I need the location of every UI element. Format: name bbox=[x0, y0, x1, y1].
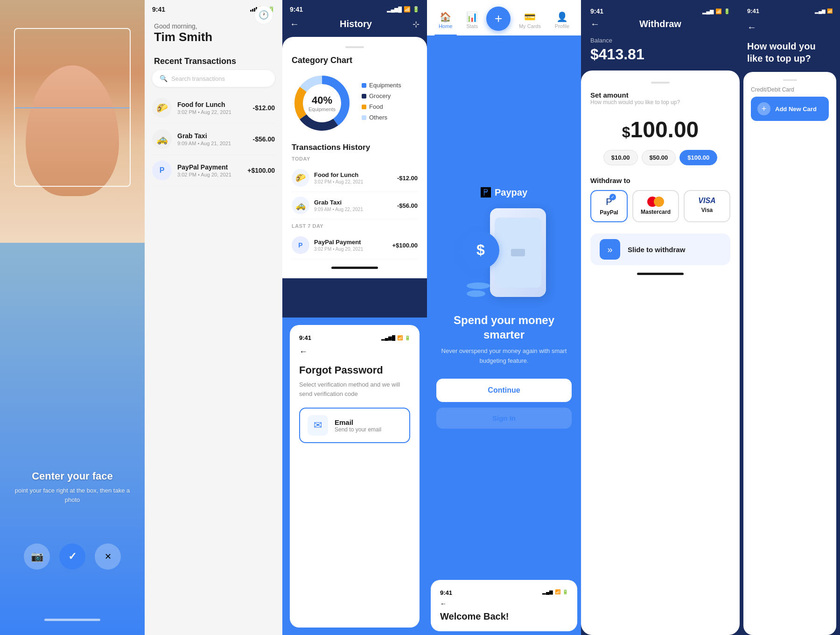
add-card-button[interactable]: + Add New Card bbox=[751, 97, 829, 121]
welcome-back-arrow[interactable]: ← bbox=[440, 600, 568, 607]
history-status-time: 9:41 bbox=[290, 6, 303, 13]
coin-1 bbox=[467, 282, 490, 289]
clock-button[interactable]: 🕐 bbox=[254, 6, 273, 24]
withdraw-drag-handle[interactable] bbox=[651, 82, 670, 84]
history-item-1[interactable]: 🚕 Grab Taxi 9:09 AM • Aug 22, 2021 -$56.… bbox=[292, 192, 418, 219]
withdraw-battery: 🔋 bbox=[724, 8, 730, 14]
today-label: TODAY bbox=[292, 156, 418, 162]
history-icon-1: 🚕 bbox=[292, 197, 309, 214]
tx-history-title: Transactions History bbox=[292, 143, 418, 152]
confirm-button[interactable]: ✓ bbox=[59, 543, 85, 570]
email-method-info: Email Send to your email bbox=[335, 418, 381, 433]
tx-name-2: PayPal Payment bbox=[177, 163, 247, 171]
welcome-title: Welcome Back! bbox=[440, 611, 568, 622]
user-name: Tim Smith bbox=[154, 30, 212, 44]
add-card-label: Add New Card bbox=[775, 106, 817, 113]
welcome-battery: 🔋 bbox=[562, 589, 568, 596]
coin-stack bbox=[467, 282, 490, 297]
topup-back-button[interactable]: ← bbox=[747, 22, 833, 33]
tx-amount-0: -$12.00 bbox=[253, 104, 275, 112]
history-info-0: Food for Lunch 3:02 PM • Aug 22, 2021 bbox=[314, 171, 397, 184]
welcome-status-row: 9:41 ▂▄▆ 📶 🔋 bbox=[440, 589, 568, 596]
history-name-2: PayPal Payment bbox=[314, 239, 392, 246]
email-method-option[interactable]: ✉ Email Send to your email bbox=[299, 408, 410, 443]
last7day-label: LAST 7 DAY bbox=[292, 223, 418, 229]
tx-info-2: PayPal Payment 3:02 PM • Aug 20, 2021 bbox=[177, 163, 247, 177]
category-chart-title: Category Chart bbox=[292, 56, 418, 65]
search-bar[interactable]: 🔍 Search transactions bbox=[152, 70, 275, 87]
check-icon: ✓ bbox=[68, 550, 77, 563]
email-method-desc: Send to your email bbox=[335, 426, 381, 433]
nav-tab-stats[interactable]: 📊 Stats bbox=[461, 9, 483, 31]
dollar-circle: $ bbox=[462, 232, 499, 269]
withdraw-bottom-bar bbox=[637, 273, 684, 275]
home-indicator bbox=[44, 619, 100, 621]
preset-50[interactable]: $50.00 bbox=[642, 150, 676, 165]
legend-label-grocery: Grocery bbox=[369, 92, 391, 99]
topup-drag-handle[interactable] bbox=[783, 79, 797, 81]
legend-others: Others bbox=[362, 114, 401, 121]
profile-nav-icon: 👤 bbox=[556, 11, 568, 22]
history-name-0: Food for Lunch bbox=[314, 171, 397, 178]
forgot-wifi: 📶 bbox=[397, 335, 403, 340]
tx-date-0: 3:02 PM • Aug 22, 2021 bbox=[177, 109, 253, 115]
welcome-status-icons: ▂▄▆ 📶 🔋 bbox=[542, 589, 568, 596]
nav-plus-button[interactable]: + bbox=[486, 7, 511, 31]
legend-grocery: Grocery bbox=[362, 92, 401, 99]
history-name-1: Grab Taxi bbox=[314, 199, 397, 206]
history-wifi-icon: 📶 bbox=[404, 6, 411, 13]
paypay-subtext: Never overspend your money again with sm… bbox=[436, 346, 572, 366]
history-amount-1: -$56.00 bbox=[397, 202, 418, 209]
chart-section: 40% Equipments Equipments Grocery bbox=[292, 73, 418, 134]
tx-info-1: Grab Taxi 9:09 AM • Aug 21, 2021 bbox=[177, 132, 253, 146]
withdraw-back-button[interactable]: ← bbox=[590, 19, 600, 29]
center-face-title: Center your face bbox=[9, 470, 135, 482]
paypal-payment-card[interactable]: P ✓ PayPal bbox=[590, 190, 628, 222]
withdraw-wifi: 📶 bbox=[715, 8, 722, 14]
welcome-time: 9:41 bbox=[440, 589, 452, 596]
preset-10[interactable]: $10.00 bbox=[603, 150, 638, 165]
drag-handle[interactable] bbox=[345, 46, 364, 48]
transaction-item-0[interactable]: 🌮 Food for Lunch 3:02 PM • Aug 22, 2021 … bbox=[152, 92, 275, 124]
transaction-item-1[interactable]: 🚕 Grab Taxi 9:09 AM • Aug 21, 2021 -$56.… bbox=[152, 124, 275, 155]
face-instruction: point your face right at the box, then t… bbox=[9, 486, 135, 504]
slide-arrow-button[interactable]: » bbox=[600, 239, 620, 260]
tx-date-1: 9:09 AM • Aug 21, 2021 bbox=[177, 141, 253, 146]
slide-to-withdraw[interactable]: » Slide to withdraw bbox=[590, 233, 730, 265]
chart-legend: Equipments Grocery Food Others bbox=[362, 82, 401, 125]
forgot-password-section: 9:41 ▂▄▆█ 📶 🔋 ← Forgot Password Select v… bbox=[282, 318, 427, 635]
nav-tab-home[interactable]: 🏠 Home bbox=[433, 9, 458, 31]
search-icon: 🔍 bbox=[160, 75, 168, 82]
mycards-nav-icon: 💳 bbox=[524, 11, 536, 22]
history-title: History bbox=[340, 19, 372, 29]
camera-button[interactable]: 📷 bbox=[24, 543, 50, 570]
visa-payment-card[interactable]: VISA Visa bbox=[684, 190, 730, 222]
history-date-2: 3:02 PM • Aug 20, 2021 bbox=[314, 247, 392, 252]
balance-section: Balance $413.81 bbox=[581, 37, 740, 71]
nav-tab-mycards[interactable]: 💳 My Cards bbox=[513, 9, 546, 31]
withdraw-panel: 9:41 ▂▄▆ 📶 🔋 ← Withdraw Balance $413.81 … bbox=[581, 0, 740, 635]
forgot-back-button[interactable]: ← bbox=[299, 347, 410, 357]
welcome-signal: ▂▄▆ bbox=[542, 589, 553, 596]
history-item-0[interactable]: 🌮 Food for Lunch 3:02 PM • Aug 22, 2021 … bbox=[292, 164, 418, 192]
filter-icon[interactable]: ⊹ bbox=[413, 19, 420, 29]
cancel-button[interactable]: ✕ bbox=[95, 543, 121, 570]
greeting-text: Good morning, Tim Smith bbox=[154, 22, 212, 44]
history-card: Category Chart bbox=[282, 37, 427, 278]
continue-button[interactable]: Continue bbox=[436, 379, 572, 402]
legend-food: Food bbox=[362, 103, 401, 110]
preset-100[interactable]: $100.00 bbox=[679, 150, 717, 165]
signin-button[interactable]: Sign In bbox=[436, 408, 572, 429]
search-input[interactable]: Search transactions bbox=[171, 75, 225, 82]
paypay-main-content: 🅿 Paypay $ Spend your money smarter Neve… bbox=[427, 35, 581, 580]
transaction-item-2[interactable]: P PayPal Payment 3:02 PM • Aug 20, 2021 … bbox=[152, 155, 275, 186]
topup-signal: ▂▄▆ bbox=[815, 8, 826, 14]
phone-illustration: $ bbox=[457, 208, 551, 302]
legend-label-food: Food bbox=[369, 103, 383, 110]
nav-tab-profile[interactable]: 👤 Profile bbox=[549, 9, 575, 31]
mastercard-payment-card[interactable]: Mastercard bbox=[632, 190, 679, 222]
history-back-button[interactable]: ← bbox=[290, 19, 299, 29]
phone-screen-inner bbox=[511, 249, 525, 256]
paypay-brand-name: Paypay bbox=[495, 187, 527, 198]
history-item-2[interactable]: P PayPal Payment 3:02 PM • Aug 20, 2021 … bbox=[292, 232, 418, 259]
